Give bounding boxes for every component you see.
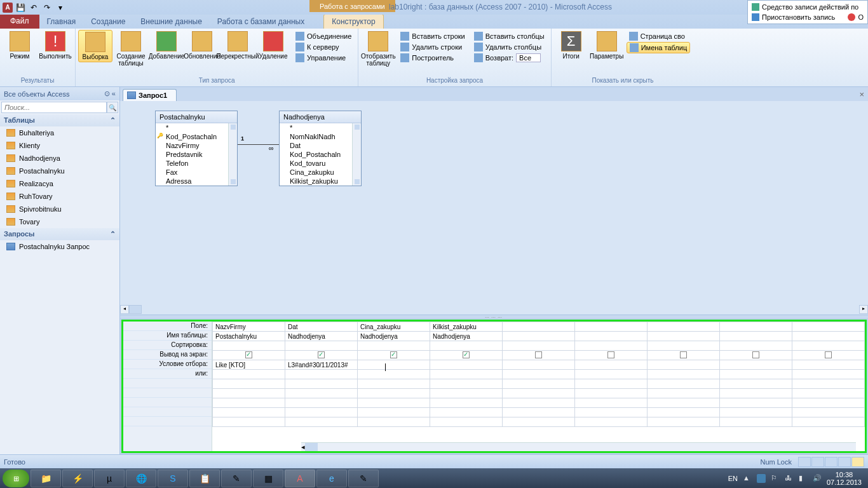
- tray-battery-icon[interactable]: ▮: [799, 474, 808, 483]
- field-item[interactable]: *: [156, 123, 237, 132]
- qbe-cell[interactable]: [575, 322, 648, 332]
- scrollbar[interactable]: [228, 123, 237, 186]
- qbe-cell[interactable]: [285, 370, 358, 379]
- qbe-cell[interactable]: [792, 341, 865, 351]
- select-query-button[interactable]: Выборка: [78, 30, 112, 62]
- delete-rows-button[interactable]: Удалить строки: [398, 42, 467, 52]
- qbe-cell[interactable]: [213, 341, 285, 351]
- taskbar-app4[interactable]: ▦: [253, 470, 283, 487]
- sql-view-button[interactable]: [838, 457, 851, 467]
- run-button[interactable]: !Выполнить: [38, 30, 72, 61]
- passthrough-button[interactable]: К серверу: [293, 42, 354, 52]
- tray-vk-icon[interactable]: [757, 474, 766, 483]
- qbe-cell[interactable]: [430, 351, 503, 360]
- qbe-cell[interactable]: [648, 408, 720, 417]
- qbe-cell[interactable]: [503, 322, 575, 332]
- qat-dropdown-icon[interactable]: ▾: [55, 2, 66, 13]
- qbe-cell[interactable]: Nadhodjenya: [430, 332, 503, 341]
- qbe-cell[interactable]: [792, 351, 865, 360]
- qbe-cell[interactable]: [358, 417, 430, 427]
- show-checkbox[interactable]: [752, 351, 759, 358]
- recorder-pause-label[interactable]: Приостановить запись: [762, 13, 835, 21]
- nav-header[interactable]: Все объекты Access⊙ «: [0, 87, 119, 100]
- update-button[interactable]: Обновление: [185, 30, 219, 61]
- nav-item-table[interactable]: Tovary: [0, 215, 119, 228]
- qbe-cell[interactable]: [648, 360, 720, 370]
- qbe-cell[interactable]: [213, 351, 285, 360]
- taskbar-app5[interactable]: ✎: [348, 470, 379, 487]
- qbe-cell[interactable]: [648, 341, 720, 351]
- qbe-cell[interactable]: NazvFirmy: [213, 322, 285, 332]
- field-item[interactable]: Predstavnik: [156, 150, 237, 159]
- qbe-cell[interactable]: [575, 332, 648, 341]
- qbe-cell[interactable]: [792, 379, 865, 389]
- nav-item-table[interactable]: Realizacya: [0, 177, 119, 190]
- datasheet-view-button[interactable]: [798, 457, 811, 467]
- taskbar-explorer[interactable]: 📁: [31, 470, 61, 487]
- qbe-cell[interactable]: [430, 417, 503, 427]
- lang-indicator[interactable]: EN: [728, 475, 738, 482]
- qbe-columns[interactable]: NazvFirmyDatCina_zakupkuKilkist_zakupkuP…: [212, 322, 865, 451]
- datadef-button[interactable]: Управление: [293, 53, 354, 63]
- qbe-cell[interactable]: [358, 370, 430, 379]
- qbe-cell[interactable]: [720, 341, 792, 351]
- tab-dbtools[interactable]: Работа с базами данных: [210, 15, 312, 29]
- show-checkbox[interactable]: [245, 351, 252, 358]
- qbe-cell[interactable]: [430, 360, 503, 370]
- tab-home[interactable]: Главная: [39, 15, 84, 29]
- queries-group-header[interactable]: Запросы⌃: [0, 228, 119, 240]
- show-checkbox[interactable]: [825, 351, 832, 358]
- field-item[interactable]: Fax: [156, 168, 237, 177]
- qbe-cell[interactable]: [575, 341, 648, 351]
- field-item[interactable]: NomNaklNadh: [280, 132, 361, 141]
- taskbar-app3[interactable]: ✎: [221, 470, 252, 487]
- show-checkbox[interactable]: [607, 351, 614, 358]
- qbe-cell[interactable]: [213, 417, 285, 427]
- qbe-cell[interactable]: Nadhodjenya: [358, 332, 430, 341]
- redo-icon[interactable]: ↷: [41, 2, 53, 13]
- field-item[interactable]: Cina_zakupku: [280, 168, 361, 177]
- qbe-cell[interactable]: [648, 417, 720, 427]
- tab-create[interactable]: Создание: [83, 15, 133, 29]
- taskbar-app[interactable]: ⚡: [62, 470, 93, 487]
- qbe-cell[interactable]: [720, 360, 792, 370]
- qbe-cell[interactable]: Like [KTO]: [213, 360, 285, 370]
- start-button[interactable]: ⊞: [3, 470, 29, 487]
- maketable-button[interactable]: Создание таблицы: [114, 30, 148, 68]
- qbe-cell[interactable]: [503, 332, 575, 341]
- tablenames-button[interactable]: Имена таблиц: [627, 42, 691, 53]
- qbe-cell[interactable]: [430, 408, 503, 417]
- nav-item-query[interactable]: Postachalnyku Запрос: [0, 240, 119, 253]
- qbe-cell[interactable]: [648, 398, 720, 408]
- delete-cols-button[interactable]: Удалить столбцы: [471, 42, 547, 52]
- qbe-cell[interactable]: [720, 370, 792, 379]
- qbe-cell[interactable]: [575, 370, 648, 379]
- taskbar-chrome[interactable]: 🌐: [126, 470, 156, 487]
- return-select[interactable]: Возврат: Все: [471, 53, 547, 63]
- tables-group-header[interactable]: Таблицы⌃: [0, 114, 119, 126]
- chart-view-button[interactable]: [825, 457, 837, 467]
- show-checkbox[interactable]: [390, 351, 397, 358]
- qbe-cell[interactable]: [575, 351, 648, 360]
- undo-icon[interactable]: ↶: [28, 2, 39, 13]
- pivot-view-button[interactable]: [811, 457, 824, 467]
- taskbar-ie[interactable]: e: [316, 470, 347, 487]
- taskbar-app2[interactable]: 📋: [189, 470, 220, 487]
- qbe-cell[interactable]: [503, 417, 575, 427]
- qbe-cell[interactable]: [358, 351, 430, 360]
- qbe-cell[interactable]: [792, 360, 865, 370]
- insert-cols-button[interactable]: Вставить столбцы: [471, 31, 547, 41]
- qbe-cell[interactable]: [430, 379, 503, 389]
- showtable-button[interactable]: Отобразить таблицу: [361, 30, 395, 68]
- tab-external[interactable]: Внешние данные: [133, 15, 210, 29]
- qbe-cell[interactable]: [430, 341, 503, 351]
- save-icon[interactable]: 💾: [15, 2, 26, 13]
- parameters-button[interactable]: Параметры: [590, 30, 624, 61]
- scrollbar[interactable]: [352, 123, 361, 186]
- qbe-cell[interactable]: [503, 379, 575, 389]
- qbe-cell[interactable]: L3#and#30/11/2013#: [285, 360, 358, 370]
- field-item[interactable]: Kilkist_zakupku: [280, 177, 361, 186]
- qbe-cell[interactable]: [720, 351, 792, 360]
- tray-volume-icon[interactable]: 🔊: [813, 474, 822, 483]
- tray-network-icon[interactable]: 🖧: [785, 474, 794, 483]
